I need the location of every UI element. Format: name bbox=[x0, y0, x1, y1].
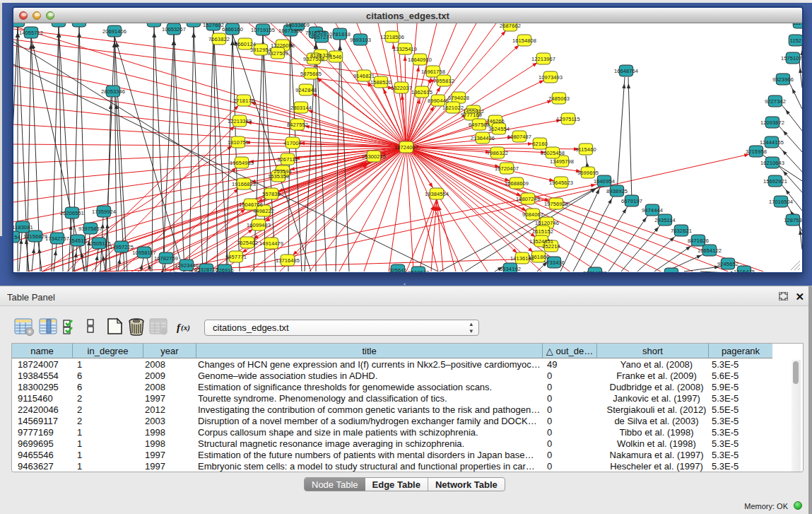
svg-text:21364436: 21364436 bbox=[471, 135, 495, 141]
svg-text:19756928: 19756928 bbox=[544, 201, 568, 207]
svg-text:557835: 557835 bbox=[262, 191, 281, 197]
svg-text:1316475: 1316475 bbox=[734, 269, 755, 273]
svg-text:8938925: 8938925 bbox=[606, 188, 628, 194]
svg-text:3215958: 3215958 bbox=[746, 148, 767, 155]
svg-text:1362615: 1362615 bbox=[411, 89, 433, 95]
svg-text:1733436: 1733436 bbox=[543, 259, 565, 266]
svg-text:32764835: 32764835 bbox=[583, 270, 607, 273]
svg-text:3624554: 3624554 bbox=[488, 126, 510, 132]
svg-text:39154: 39154 bbox=[13, 234, 20, 240]
svg-text:1615152: 1615152 bbox=[532, 228, 553, 235]
svg-text:16154808: 16154808 bbox=[512, 37, 536, 44]
svg-text:93975857: 93975857 bbox=[78, 226, 102, 232]
svg-text:13495798: 13495798 bbox=[550, 158, 574, 165]
svg-text:9146821: 9146821 bbox=[353, 73, 375, 79]
svg-text:17359924: 17359924 bbox=[92, 209, 116, 215]
svg-text:18807249: 18807249 bbox=[516, 196, 540, 202]
svg-text:9327508: 9327508 bbox=[303, 56, 324, 62]
svg-text:17957225: 17957225 bbox=[110, 244, 134, 250]
svg-text:2935114: 2935114 bbox=[654, 217, 675, 223]
svg-text:62160: 62160 bbox=[532, 141, 547, 147]
svg-text:15751074: 15751074 bbox=[781, 55, 802, 62]
svg-text:10807487: 10807487 bbox=[507, 134, 531, 140]
svg-text:7357274: 7357274 bbox=[311, 34, 332, 40]
svg-text:6466160: 6466160 bbox=[222, 26, 243, 33]
svg-text:12218506: 12218506 bbox=[380, 34, 404, 40]
svg-text:128753: 128753 bbox=[784, 217, 802, 223]
svg-text:2388496: 2388496 bbox=[661, 271, 682, 273]
svg-text:6322037: 6322037 bbox=[391, 85, 412, 91]
svg-text:19166823: 19166823 bbox=[232, 181, 256, 187]
svg-text:7625402: 7625402 bbox=[237, 240, 258, 246]
svg-text:10654122: 10654122 bbox=[698, 247, 722, 254]
svg-text:043321: 043321 bbox=[13, 23, 27, 25]
svg-text:8471626: 8471626 bbox=[688, 238, 709, 244]
svg-text:1535359: 1535359 bbox=[268, 173, 289, 180]
svg-text:1546: 1546 bbox=[329, 54, 341, 60]
svg-text:9227342: 9227342 bbox=[765, 98, 786, 105]
svg-text:9457771: 9457771 bbox=[225, 254, 247, 260]
svg-text:2687662: 2687662 bbox=[500, 23, 521, 29]
svg-text:19645623: 19645623 bbox=[549, 180, 573, 186]
svg-text:2803144: 2803144 bbox=[290, 105, 312, 111]
svg-text:12444155: 12444155 bbox=[760, 139, 784, 146]
svg-text:16033809: 16033809 bbox=[286, 23, 310, 28]
svg-text:(x): (x) bbox=[181, 323, 190, 332]
svg-text:17342757: 17342757 bbox=[45, 235, 69, 242]
svg-text:17016504: 17016504 bbox=[769, 199, 793, 205]
svg-text:1588520: 1588520 bbox=[370, 79, 392, 86]
svg-text:1183081: 1183081 bbox=[13, 224, 33, 230]
svg-text:9323966: 9323966 bbox=[772, 76, 794, 83]
svg-text:10688609: 10688609 bbox=[505, 180, 529, 187]
svg-text:305641: 305641 bbox=[389, 267, 407, 273]
svg-text:20691406: 20691406 bbox=[102, 28, 126, 35]
svg-text:6794028: 6794028 bbox=[448, 95, 469, 101]
svg-text:6679197: 6679197 bbox=[621, 198, 642, 204]
svg-text:18724007: 18724007 bbox=[394, 144, 418, 151]
svg-text:16671355: 16671355 bbox=[278, 28, 302, 34]
svg-text:12213967: 12213967 bbox=[531, 56, 555, 62]
svg-text:1810755: 1810755 bbox=[228, 139, 249, 146]
svg-text:2718176: 2718176 bbox=[233, 98, 254, 104]
svg-text:16099483: 16099483 bbox=[247, 222, 271, 228]
svg-text:16782759: 16782759 bbox=[154, 255, 178, 262]
svg-text:0781618: 0781618 bbox=[329, 31, 351, 37]
svg-text:19654983: 19654983 bbox=[230, 160, 254, 166]
svg-text:1621022: 1621022 bbox=[442, 105, 464, 111]
svg-text:65328710: 65328710 bbox=[194, 267, 218, 273]
svg-text:417004: 417004 bbox=[283, 140, 302, 146]
svg-text:9537672: 9537672 bbox=[408, 269, 429, 273]
svg-text:10025458: 10025458 bbox=[541, 150, 565, 156]
svg-text:16210643: 16210643 bbox=[760, 160, 784, 166]
svg-text:15692921: 15692921 bbox=[763, 178, 787, 185]
svg-text:1527602: 1527602 bbox=[203, 23, 224, 28]
svg-text:8990448: 8990448 bbox=[428, 98, 449, 104]
svg-text:14055712: 14055712 bbox=[19, 30, 43, 36]
svg-text:4498222: 4498222 bbox=[253, 208, 274, 214]
svg-text:10958117: 10958117 bbox=[132, 250, 156, 256]
svg-text:7986322: 7986322 bbox=[487, 150, 508, 156]
svg-text:20206551: 20206551 bbox=[60, 210, 84, 216]
svg-text:9474444: 9474444 bbox=[642, 207, 663, 214]
svg-text:16648764: 16648764 bbox=[614, 68, 638, 74]
svg-text:18640910: 18640910 bbox=[408, 57, 432, 63]
svg-text:9327509: 9327509 bbox=[267, 50, 288, 57]
svg-text:9115460: 9115460 bbox=[575, 146, 596, 153]
svg-text:7632621: 7632621 bbox=[671, 228, 692, 234]
svg-text:5875685: 5875685 bbox=[300, 71, 322, 77]
svg-text:9242848: 9242848 bbox=[295, 87, 317, 93]
svg-text:12213383: 12213383 bbox=[228, 118, 252, 124]
svg-text:90838637: 90838637 bbox=[67, 23, 91, 25]
svg-text:15046766: 15046766 bbox=[239, 201, 263, 208]
svg-text:9084067: 9084067 bbox=[522, 211, 543, 218]
svg-text:28053346: 28053346 bbox=[101, 88, 125, 95]
svg-text:12975115: 12975115 bbox=[556, 116, 580, 122]
svg-text:10719155: 10719155 bbox=[251, 27, 275, 33]
svg-text:13226058: 13226058 bbox=[271, 42, 295, 49]
svg-text:252214: 252214 bbox=[542, 243, 560, 250]
svg-text:226916: 226916 bbox=[216, 267, 234, 273]
svg-text:13325419: 13325419 bbox=[393, 46, 417, 52]
svg-text:12156829: 12156829 bbox=[23, 233, 47, 240]
svg-text:5534192: 5534192 bbox=[500, 266, 521, 272]
svg-text:9593103: 9593103 bbox=[350, 37, 371, 43]
